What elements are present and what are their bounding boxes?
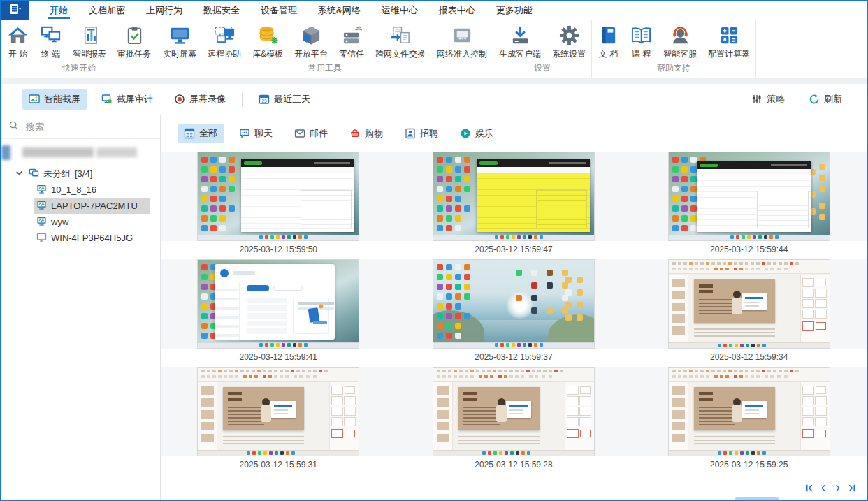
view-toolbar: 智能截屏 截屏审计 屏幕录像 23 最近三天 策略 刷新 (1, 84, 867, 115)
first-page-icon (804, 483, 815, 495)
ribbon-nac-button[interactable]: 网络准入控制 (431, 23, 493, 60)
search-input[interactable] (24, 121, 153, 133)
redacted-icon (1, 145, 10, 160)
toolbar-calendar-button[interactable]: 23 最近三天 (252, 89, 317, 110)
next-page-icon (832, 483, 843, 495)
terminal-node-10_1_8_16[interactable]: 10_1_8_16 (34, 182, 150, 198)
terminal-online-icon (36, 216, 47, 228)
tree-group-ungrouped[interactable]: 未分组 [3/4] (1, 166, 160, 182)
screenshot-timestamp: 2025-03-12 15:59:44 (631, 241, 867, 259)
ribbon-book-button[interactable]: 文 档 (592, 23, 625, 60)
screenshot-thumbnail-3[interactable] (197, 259, 359, 349)
menu-bar: 开始文档加密上网行为数据安全设备管理系统&网络运维中心报表中心更多功能 (1, 1, 867, 20)
toolbar-refresh-button[interactable]: 刷新 (802, 89, 848, 110)
screenshot-timestamp: 2025-03-12 15:59:25 (631, 456, 867, 474)
filter-fun[interactable]: 娱乐 (454, 124, 500, 143)
library-icon (257, 24, 279, 46)
next-page-button[interactable] (830, 482, 844, 496)
audit-icon (101, 94, 113, 105)
record-icon (174, 94, 185, 105)
report-icon (79, 24, 101, 46)
filter-shopping[interactable]: 购物 (343, 124, 389, 143)
ribbon-monitor-button[interactable]: 实时屏幕 (157, 23, 202, 60)
search-icon (8, 120, 19, 133)
filter-chat[interactable]: 聊天 (233, 124, 279, 143)
app-menu-button[interactable] (1, 1, 29, 20)
ribbon-course-button[interactable]: 课 程 (625, 23, 658, 60)
horizontal-scrollbar-thumb[interactable] (735, 497, 779, 500)
thumbnail-row (161, 259, 867, 349)
ribbon-group: 生成客户端 系统设置 设置 (493, 20, 592, 78)
menu-item-8[interactable]: 更多功能 (486, 1, 543, 20)
screenshot-thumbnail-5[interactable] (668, 259, 830, 349)
menu-item-1[interactable]: 文档加密 (78, 1, 136, 20)
menu-item-4[interactable]: 设备管理 (250, 1, 308, 20)
toolbar-record-button[interactable]: 屏幕录像 (168, 89, 232, 110)
ribbon-home-button[interactable]: 开 始 (1, 23, 34, 60)
ribbon-remote-button[interactable]: 远程协助 (202, 23, 247, 60)
menu-item-5[interactable]: 系统&网络 (308, 1, 371, 20)
course-icon (630, 24, 652, 46)
thumbnail-row (161, 367, 867, 456)
ribbon-report-button[interactable]: 智能报表 (67, 23, 112, 60)
menu-item-7[interactable]: 报表中心 (428, 1, 486, 20)
remote-icon (214, 24, 236, 46)
first-page-button[interactable] (802, 482, 816, 496)
terminal-node-LAPTOP-7PAC2MTU[interactable]: LAPTOP-7PAC2MTU (34, 198, 150, 214)
exchange-icon (390, 24, 412, 46)
screenshot-thumbnail-8[interactable] (668, 367, 830, 456)
screenshot-thumbnail-7[interactable] (433, 367, 595, 456)
terminal-node-wyw[interactable]: wyw (34, 214, 150, 230)
grid-icon (184, 128, 195, 139)
screenshot-content: 全部 聊天 邮件 购物 招聘 娱乐 2025-03-12 15:59:50202… (161, 115, 867, 500)
ribbon-exchange-button[interactable]: 跨网文件交换 (370, 23, 431, 60)
terminal-online-icon (36, 200, 47, 212)
ribbon-client-button[interactable]: 生成客户端 (493, 23, 547, 60)
prev-page-button[interactable] (816, 482, 830, 496)
terminal-group-icon (29, 168, 39, 180)
filter-mail[interactable]: 邮件 (288, 124, 334, 143)
screenshot-thumbnail-6[interactable] (197, 367, 359, 456)
group-label: 未分组 (43, 168, 71, 180)
toolbar-policy-button[interactable]: 策略 (745, 89, 791, 110)
filter-grid[interactable]: 全部 (178, 124, 224, 143)
screenshot-grid: 2025-03-12 15:59:502025-03-12 15:59:4720… (161, 152, 867, 474)
redacted-root-node[interactable] (1, 145, 160, 161)
terminal-tree-panel: 未分组 [3/4] 10_1_8_16 LAPTOP-7PAC2MTU wyw … (1, 115, 161, 500)
ribbon-library-button[interactable]: 库&模板 (247, 23, 289, 60)
ribbon-calculator-button[interactable]: 配置计算器 (702, 23, 755, 60)
screenshot-thumbnail-1[interactable] (433, 152, 595, 241)
terminal-node-WIN-4FP3P64H5JG[interactable]: WIN-4FP3P64H5JG (34, 230, 150, 246)
ribbon-gear-button[interactable]: 系统设置 (547, 23, 591, 60)
book-icon (598, 24, 619, 46)
menu-item-3[interactable]: 数据安全 (193, 1, 250, 20)
menu-item-6[interactable]: 运维中心 (371, 1, 428, 20)
app-menu-icon (8, 2, 22, 19)
toolbar-audit-button[interactable]: 截屏审计 (95, 89, 159, 110)
screenshot-timestamp: 2025-03-12 15:59:41 (161, 349, 396, 367)
screenshot-timestamp: 2025-03-12 15:59:37 (396, 349, 632, 367)
ribbon-approval-button[interactable]: 审批任务 (112, 23, 157, 60)
menu-item-0[interactable]: 开始 (39, 1, 78, 20)
monitor-icon (169, 24, 191, 46)
ribbon: 开 始 终 端 智能报表 审批任务 快速开始 实时屏幕 远程协助 (1, 20, 867, 78)
last-page-button[interactable] (844, 482, 858, 496)
home-icon (7, 24, 29, 46)
screenshot-thumbnail-0[interactable] (197, 152, 359, 241)
filter-recruit[interactable]: 招聘 (398, 124, 444, 143)
ribbon-terminals-button[interactable]: 终 端 (34, 23, 67, 60)
shopping-icon (349, 128, 361, 139)
ribbon-platform-button[interactable]: 开放平台 (289, 23, 333, 60)
screenshot-thumbnail-2[interactable] (668, 152, 830, 241)
pagination: 第 1 页, 共 114 页 (802, 482, 858, 496)
refresh-icon (809, 94, 820, 105)
app-window: 开始文档加密上网行为数据安全设备管理系统&网络运维中心报表中心更多功能 开 始 … (0, 0, 868, 501)
ribbon-service-button[interactable]: 智能客服 (658, 23, 702, 60)
policy-icon (751, 94, 762, 105)
recruit-icon (405, 128, 416, 139)
menu-item-2[interactable]: 上网行为 (136, 1, 193, 20)
toolbar-screenshot-button[interactable]: 智能截屏 (22, 89, 87, 110)
screenshot-thumbnail-4[interactable] (433, 259, 595, 349)
ribbon-zerotrust-button[interactable]: 零信任 (333, 23, 370, 60)
svg-text:23: 23 (261, 99, 267, 103)
